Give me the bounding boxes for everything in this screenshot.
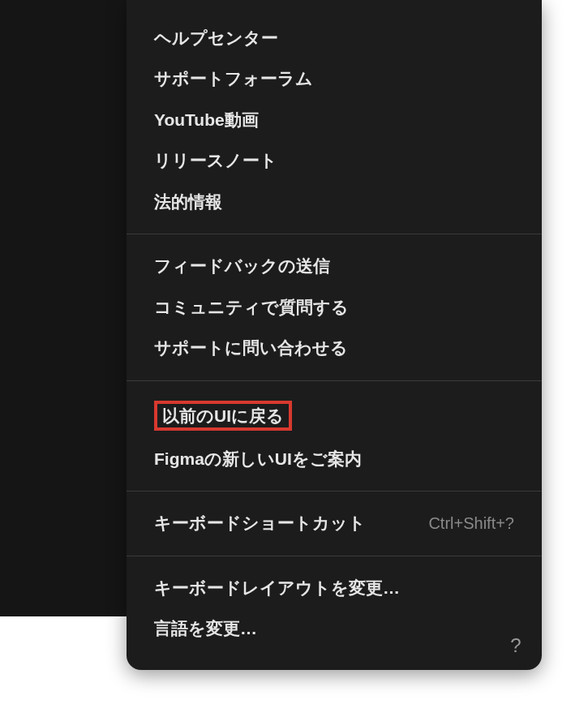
- menu-item-ask-community[interactable]: コミュニティで質問する: [127, 287, 542, 328]
- menu-item-label: キーボードレイアウトを変更…: [154, 576, 400, 600]
- menu-item-change-keyboard-layout[interactable]: キーボードレイアウトを変更…: [127, 568, 542, 608]
- menu-item-contact-support[interactable]: サポートに問い合わせる: [127, 328, 542, 368]
- popover-pointer-icon: [504, 603, 527, 618]
- menu-item-label: Figmaの新しいUIをご案内: [154, 447, 362, 471]
- menu-item-label: キーボードショートカット: [154, 511, 366, 535]
- help-icon: ?: [510, 634, 521, 657]
- menu-item-support-forum[interactable]: サポートフォーラム: [127, 58, 542, 99]
- menu-item-new-ui-tour[interactable]: Figmaの新しいUIをご案内: [127, 439, 542, 479]
- menu-item-keyboard-shortcuts[interactable]: キーボードショートカット Ctrl+Shift+?: [127, 503, 542, 543]
- menu-item-label: YouTube動画: [154, 108, 259, 132]
- menu-item-label: ヘルプセンター: [154, 26, 278, 50]
- menu-item-label: サポートフォーラム: [154, 67, 313, 91]
- menu-item-label: リリースノート: [154, 148, 277, 173]
- menu-item-release-notes[interactable]: リリースノート: [127, 140, 542, 181]
- menu-item-label: 法的情報: [154, 190, 222, 214]
- menu-item-legal-info[interactable]: 法的情報: [127, 182, 542, 222]
- menu-item-help-center[interactable]: ヘルプセンター: [127, 18, 542, 58]
- menu-item-back-to-old-ui[interactable]: 以前のUIに戻る: [127, 393, 542, 439]
- menu-item-label: フィードバックの送信: [154, 254, 330, 278]
- menu-divider: [127, 380, 542, 381]
- menu-divider: [127, 556, 542, 556]
- menu-item-label: 言語を変更…: [154, 616, 257, 641]
- menu-item-label: サポートに問い合わせる: [154, 336, 348, 360]
- help-menu-popover: ヘルプセンター サポートフォーラム YouTube動画 リリースノート 法的情報…: [127, 0, 542, 670]
- menu-item-change-language[interactable]: 言語を変更…: [127, 608, 542, 649]
- menu-divider: [127, 234, 542, 234]
- menu-item-label-highlighted: 以前のUIに戻る: [154, 401, 292, 431]
- help-button[interactable]: ?: [495, 625, 537, 667]
- menu-item-send-feedback[interactable]: フィードバックの送信: [127, 246, 542, 286]
- menu-item-youtube-videos[interactable]: YouTube動画: [127, 100, 542, 140]
- menu-item-label: コミュニティで質問する: [154, 295, 349, 320]
- menu-item-shortcut: Ctrl+Shift+?: [428, 512, 514, 535]
- menu-divider: [127, 491, 542, 492]
